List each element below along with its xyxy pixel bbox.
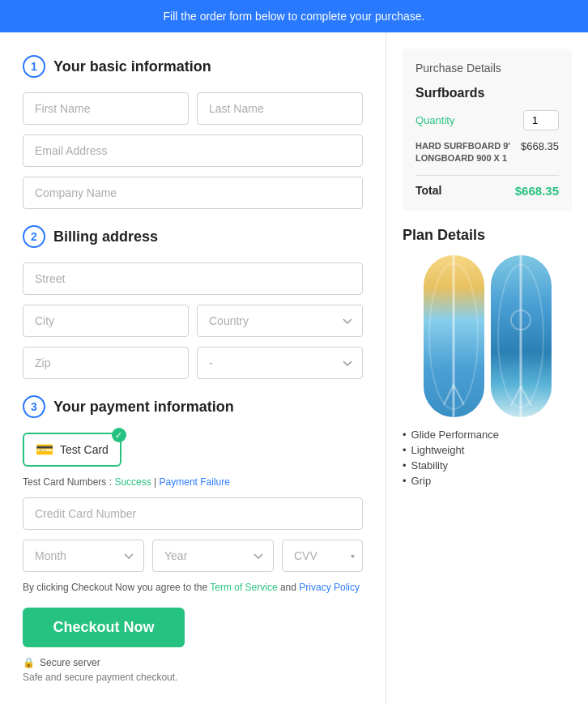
card-option[interactable]: 💳 Test Card ✓ (23, 433, 121, 467)
section3-header: 3 Your payment information (23, 395, 363, 418)
svg-point-4 (511, 310, 530, 330)
street-row (23, 262, 363, 295)
section1-title: Your basic information (53, 58, 211, 75)
expiry-cvv-row: Month 010203 040506 070809 101112 Year 2… (23, 540, 363, 572)
email-row (23, 134, 363, 167)
secure-server-text: Secure server (40, 657, 100, 668)
test-card-prefix: Test Card Numbers : (23, 476, 114, 488)
name-row (23, 92, 363, 125)
divider (415, 175, 559, 176)
plan-details-title: Plan Details (403, 227, 572, 244)
terms-of-service-link[interactable]: Term of Service (210, 582, 277, 593)
surfboards-title: Surfboards (415, 86, 559, 100)
test-card-notice: Test Card Numbers : Success | Payment Fa… (23, 476, 363, 488)
quantity-label: Quantity (415, 114, 454, 126)
surfboard-right-image (491, 255, 552, 417)
card-label: Test Card (60, 443, 109, 456)
svg-point-3 (498, 265, 543, 407)
svg-line-5 (511, 386, 521, 406)
details-section: Purchase Details Surfboards Quantity HAR… (386, 32, 588, 704)
cvv-wrap: ▪️ (282, 540, 363, 572)
state-select[interactable]: - (197, 347, 363, 379)
section1-header: 1 Your basic information (23, 55, 363, 78)
product-name: HARD SURFBOARD 9' LONGBOARD 900 x 1 (415, 140, 521, 165)
purchase-details-box: Purchase Details Surfboards Quantity HAR… (403, 49, 572, 211)
plan-feature-item: Stability (403, 459, 572, 471)
company-row (23, 177, 363, 209)
cvv-card-icon: ▪️ (351, 549, 355, 562)
failure-link[interactable]: Payment Failure (160, 476, 230, 488)
plan-details: Plan Details (403, 227, 572, 487)
section2-number: 2 (23, 225, 45, 248)
year-select[interactable]: Year 202420252026 202720282029 (152, 540, 274, 572)
plan-feature-item: Glide Performance (403, 429, 572, 441)
terms-before: By clicking Checkout Now you agree to th… (23, 582, 210, 593)
privacy-policy-link[interactable]: Privacy Policy (299, 582, 360, 593)
safe-text: Safe and secure payment checkout. (23, 672, 363, 683)
checkout-button[interactable]: Checkout Now (23, 608, 185, 647)
company-input[interactable] (23, 177, 363, 209)
section2-title: Billing address (53, 228, 158, 245)
plan-feature-item: Grip (403, 475, 572, 487)
zip-input[interactable] (23, 347, 189, 379)
product-row: HARD SURFBOARD 9' LONGBOARD 900 x 1 $668… (415, 140, 559, 165)
email-input[interactable] (23, 134, 363, 167)
country-select[interactable]: Country United States Canada United King… (197, 305, 363, 337)
plan-features-list: Glide PerformanceLightweightStabilityGri… (403, 429, 572, 487)
svg-point-0 (429, 263, 478, 409)
secure-server-row: 🔒 Secure server (23, 657, 363, 668)
street-input[interactable] (23, 262, 363, 295)
surfboard-left-image (424, 255, 484, 417)
month-select[interactable]: Month 010203 040506 070809 101112 (23, 540, 144, 572)
total-label: Total (415, 184, 441, 197)
top-banner: Fill the order form below to complete yo… (0, 0, 588, 32)
section3-title: Your payment information (53, 399, 234, 416)
banner-text: Fill the order form below to complete yo… (164, 10, 425, 23)
separator: | (151, 476, 160, 488)
product-price: $668.35 (521, 140, 559, 152)
terms-between: and (278, 582, 300, 593)
form-section: 1 Your basic information 2 Billing addre… (0, 32, 386, 704)
terms-text: By clicking Checkout Now you agree to th… (23, 580, 363, 595)
zip-state-row: - (23, 347, 363, 379)
svg-line-6 (521, 386, 531, 406)
quantity-input[interactable] (523, 110, 559, 130)
svg-line-2 (454, 385, 464, 405)
purchase-details-title: Purchase Details (415, 62, 559, 75)
surfboard-images (403, 255, 572, 417)
plan-feature-item: Lightweight (403, 444, 572, 456)
success-link[interactable]: Success (114, 476, 151, 488)
section3-number: 3 (23, 395, 45, 418)
city-country-row: Country United States Canada United King… (23, 305, 363, 337)
last-name-input[interactable] (197, 92, 363, 125)
first-name-input[interactable] (23, 92, 189, 125)
cc-number-input[interactable] (23, 497, 363, 530)
quantity-row: Quantity (415, 110, 559, 130)
city-input[interactable] (23, 305, 189, 337)
total-row: Total $668.35 (415, 184, 559, 198)
lock-icon: 🔒 (23, 657, 35, 668)
check-icon: ✓ (112, 428, 126, 442)
cc-number-row (23, 497, 363, 530)
total-amount: $668.35 (515, 184, 559, 198)
section2-header: 2 Billing address (23, 225, 363, 248)
svg-line-1 (444, 385, 454, 405)
credit-card-icon: 💳 (36, 441, 53, 459)
section1-number: 1 (23, 55, 45, 78)
